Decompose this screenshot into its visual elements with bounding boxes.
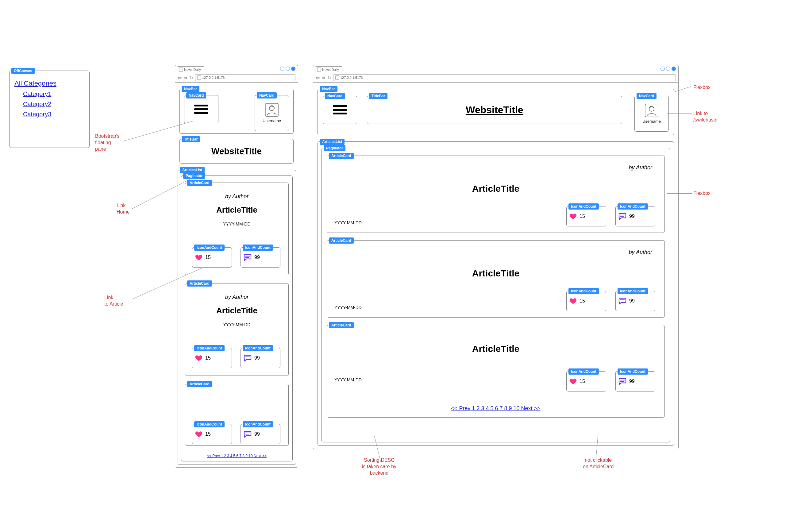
navcard-user[interactable]: NavCard Username bbox=[634, 96, 669, 132]
titlebar-desktop: TitleBar WebsiteTitle bbox=[367, 96, 622, 124]
likes-count: 15 bbox=[579, 298, 585, 304]
url-text: 127.0.0.1:5173 bbox=[202, 76, 225, 79]
article-card-tag: ArticleCard bbox=[187, 381, 212, 387]
website-title-link[interactable]: WebsiteTitle bbox=[211, 146, 262, 156]
comment-icon bbox=[618, 212, 627, 220]
likes-count: 15 bbox=[205, 355, 211, 361]
navcard-tag: NavCard bbox=[636, 93, 656, 99]
article-card-tag: ArticleCard bbox=[329, 153, 354, 159]
icon-and-count-likes: IconAndCount 15 bbox=[566, 291, 606, 311]
article-title: ArticleTitle bbox=[185, 205, 288, 215]
icon-and-count-comments: IconAndCount 99 bbox=[615, 291, 655, 311]
navbar-desktop: NavBar NavCard TitleBar WebsiteTitle bbox=[318, 89, 674, 135]
offcanvas-category-1[interactable]: Category1 bbox=[23, 91, 84, 98]
tab-title: News Daily bbox=[184, 68, 201, 72]
browser-mobile: News Daily ⇐ ⇒ ↻ 127.0.0.1:5173 NavBar bbox=[175, 65, 298, 468]
icon-and-count-tag: IconAndCount bbox=[569, 288, 599, 294]
article-card[interactable]: ArticleCard by Author ArticleTitle YYYY-… bbox=[185, 183, 289, 275]
navcard-menu[interactable]: NavCard bbox=[323, 96, 357, 124]
navcard-tag: NavCard bbox=[325, 93, 345, 99]
heart-icon bbox=[195, 253, 203, 261]
comments-count: 99 bbox=[254, 255, 260, 260]
avatar-icon bbox=[645, 104, 659, 117]
page-icon bbox=[197, 75, 201, 80]
article-card[interactable]: ArticleCard by Author ArticleTitle YYYY-… bbox=[327, 155, 665, 233]
page-icon bbox=[179, 68, 183, 72]
offcanvas-panel: OffCanvas All Categories Category1 Categ… bbox=[9, 71, 90, 148]
article-card-tag: ArticleCard bbox=[187, 281, 212, 287]
pagination-links[interactable]: << Prev 1 2 3 4 5 6 7 8 9 10 Next >> bbox=[181, 454, 292, 458]
articles-list-mobile: ArticlesList Paginator ArticleCard by Au… bbox=[178, 170, 296, 465]
heart-icon bbox=[569, 297, 577, 305]
navbar-tag: NavBar bbox=[320, 86, 338, 92]
article-title: ArticleTitle bbox=[327, 344, 665, 354]
annotation-link-switchuser: Link to /switchuser bbox=[693, 111, 718, 124]
article-card-tag: ArticleCard bbox=[329, 238, 354, 244]
pagination-links[interactable]: << Prev 1 2 3 4 5 6 7 8 9 10 Next >> bbox=[327, 405, 665, 412]
article-card[interactable]: ArticleCard ArticleTitle YYYY-MM-DD Icon… bbox=[327, 325, 665, 418]
paginator-mobile: Paginator ArticleCard by Author ArticleT… bbox=[181, 175, 293, 461]
browser-tab-mobile[interactable]: News Daily bbox=[177, 66, 204, 73]
page-icon bbox=[335, 75, 339, 80]
icon-and-count-tag: IconAndCount bbox=[243, 245, 273, 251]
icon-and-count-tag: IconAndCount bbox=[243, 421, 273, 428]
article-card[interactable]: ArticleCard IconAndCount 15 IconAndC bbox=[185, 384, 289, 446]
icon-and-count-comments: IconAndCount 99 bbox=[615, 206, 655, 226]
comments-count: 99 bbox=[254, 355, 260, 361]
paginator-desktop: Paginator ArticleCard by Author ArticleT… bbox=[322, 148, 670, 442]
likes-count: 15 bbox=[205, 431, 211, 437]
icon-and-count-likes: IconAndCount 15 bbox=[566, 206, 606, 226]
article-card[interactable]: ArticleCard by Author ArticleTitle YYYY-… bbox=[327, 240, 665, 318]
offcanvas-all-categories[interactable]: All Categories bbox=[14, 79, 84, 88]
heart-icon bbox=[569, 212, 577, 220]
article-byline: by Author bbox=[629, 165, 652, 171]
address-bar[interactable]: 127.0.0.1:5173 bbox=[333, 74, 676, 81]
comments-count: 99 bbox=[254, 431, 260, 437]
icon-and-count-tag: IconAndCount bbox=[194, 421, 225, 428]
offcanvas-category-3[interactable]: Category3 bbox=[23, 111, 84, 118]
window-dot-icon bbox=[666, 66, 670, 71]
icon-and-count-tag: IconAndCount bbox=[243, 345, 273, 351]
offcanvas-tag: OffCanvas bbox=[11, 68, 35, 74]
annotation-flexbox-top: Flexbox bbox=[693, 84, 710, 91]
address-bar[interactable]: 127.0.0.1:5173 bbox=[195, 74, 295, 81]
icon-and-count-tag: IconAndCount bbox=[617, 288, 648, 294]
article-card-tag: ArticleCard bbox=[329, 322, 354, 328]
article-card[interactable]: ArticleCard by Author ArticleTitle YYYY-… bbox=[185, 283, 289, 376]
offcanvas-category-2[interactable]: Category2 bbox=[23, 101, 84, 108]
icon-and-count-tag: IconAndCount bbox=[194, 345, 225, 351]
reload-icon[interactable]: ↻ bbox=[189, 75, 193, 81]
back-arrow-icon[interactable]: ⇐ bbox=[316, 75, 320, 81]
navcard-user[interactable]: NavCard Username bbox=[255, 95, 289, 131]
likes-count: 15 bbox=[205, 255, 211, 260]
icon-and-count-tag: IconAndCount bbox=[569, 368, 599, 375]
article-date: YYYY-MM-DD bbox=[335, 220, 362, 225]
article-date: YYYY-MM-DD bbox=[335, 377, 362, 382]
comment-icon bbox=[243, 354, 252, 362]
reload-icon[interactable]: ↻ bbox=[327, 75, 331, 81]
annotation-not-clickable: not clickable on ArticleCard bbox=[583, 457, 614, 470]
heart-icon bbox=[195, 430, 203, 438]
paginator-tag: Paginator bbox=[183, 173, 205, 179]
icon-and-count-tag: IconAndCount bbox=[569, 204, 599, 210]
window-dot-icon bbox=[280, 66, 284, 71]
annotation-floating-pane: Bootstrap's floating pane bbox=[95, 133, 120, 152]
navcard-menu[interactable]: NavCard bbox=[184, 95, 218, 124]
article-byline: by Author bbox=[629, 249, 652, 255]
hamburger-icon bbox=[333, 105, 347, 114]
articles-list-tag: ArticlesList bbox=[180, 167, 205, 173]
browser-tab-desktop[interactable]: News Daily bbox=[315, 66, 342, 73]
forward-arrow-icon[interactable]: ⇒ bbox=[322, 75, 325, 81]
likes-count: 15 bbox=[579, 379, 585, 384]
icon-and-count-likes: IconAndCount 15 bbox=[192, 247, 232, 268]
article-title: ArticleTitle bbox=[185, 306, 288, 316]
likes-count: 15 bbox=[579, 213, 585, 219]
forward-arrow-icon[interactable]: ⇒ bbox=[184, 75, 187, 81]
icon-and-count-tag: IconAndCount bbox=[617, 204, 648, 210]
back-arrow-icon[interactable]: ⇐ bbox=[178, 75, 182, 81]
article-date: YYYY-MM-DD bbox=[185, 322, 288, 327]
annotation-link-article: Link to Article bbox=[104, 294, 123, 307]
website-title-link[interactable]: WebsiteTitle bbox=[466, 104, 523, 116]
icon-and-count-likes: IconAndCount 15 bbox=[566, 371, 606, 392]
browser-desktop: News Daily ⇐ ⇒ ↻ 127.0.0.1:5173 NavBar bbox=[313, 65, 679, 449]
